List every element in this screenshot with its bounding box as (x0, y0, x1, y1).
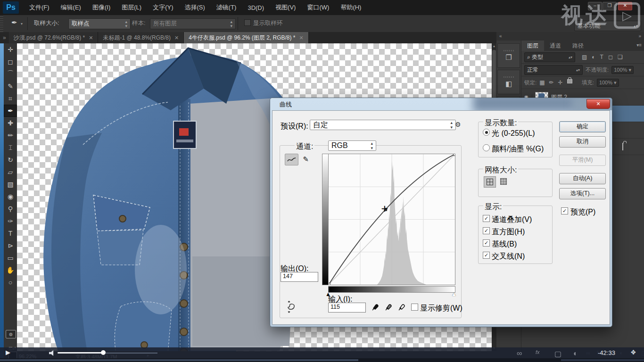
clone-stamp-tool[interactable]: ⌶ (4, 141, 17, 154)
workspace-switcher[interactable]: 基本功能▴▾ (574, 21, 641, 31)
menu-item[interactable]: 图层(L) (117, 1, 146, 14)
smooth-button[interactable]: 平滑(M) (559, 155, 606, 166)
filter-type-layers-icon[interactable]: T (600, 54, 603, 60)
menu-item[interactable]: 窗口(W) (302, 1, 334, 14)
close-button[interactable]: ✕ (618, 2, 632, 10)
white-point-slider[interactable]: ▲ (451, 292, 457, 296)
menu-item[interactable]: 滤镜(T) (212, 1, 241, 14)
eyedropper-tool[interactable]: ✒ (4, 105, 17, 117)
panel-menu-icon[interactable]: ▾≡ (636, 42, 642, 48)
marquee-tool[interactable]: ◻ (4, 56, 17, 68)
volume-slider-filled[interactable] (58, 352, 103, 354)
blend-mode-dropdown[interactable]: 正常▴▾ (524, 65, 583, 75)
show-sampling-ring-checkbox[interactable] (244, 19, 251, 26)
checkbox-基线(B)[interactable]: ✓ (483, 239, 490, 247)
lock-position-icon[interactable]: ✛ (558, 79, 563, 86)
blur-tool[interactable]: ◉ (4, 190, 17, 203)
black-point-eyedropper-icon[interactable] (370, 302, 381, 313)
radio-pigment-ink[interactable] (483, 144, 490, 151)
ok-button[interactable]: 确定 (559, 121, 606, 132)
zoom-tool[interactable]: ○ (4, 276, 17, 288)
auto-button[interactable]: 自动(A) (559, 173, 606, 184)
lock-pixels-icon[interactable]: ✏ (549, 79, 554, 86)
hand-tool[interactable]: ✋ (4, 264, 17, 276)
point-curve-mode-button[interactable] (285, 154, 298, 165)
menu-item[interactable]: 帮助(H) (336, 1, 366, 14)
channel-dropdown[interactable]: RGB▴▾ (328, 140, 376, 151)
fill-value[interactable]: 100% ▾ (597, 79, 619, 87)
tab-close-icon[interactable]: ✕ (89, 35, 93, 41)
type-tool[interactable]: T (4, 227, 17, 239)
panel-tab-图层[interactable]: 图层 (521, 41, 544, 51)
show-clipping-checkbox[interactable] (411, 304, 418, 311)
volume-speaker-icon[interactable] (49, 350, 55, 356)
lock-all-icon[interactable] (567, 79, 572, 83)
dialog-title-bar[interactable] (270, 98, 612, 110)
clone-source-panel-icon[interactable]: ❐ (497, 43, 520, 68)
on-image-adjust-icon[interactable] (284, 301, 297, 315)
checkbox-直方图(H)[interactable]: ✓ (483, 227, 490, 234)
tab-close-icon[interactable]: ✕ (174, 35, 179, 41)
fullscreen-icon[interactable]: ✥ (631, 349, 636, 356)
cancel-button[interactable]: 取消 (559, 136, 606, 148)
eyedropper-tool-icon[interactable]: ✒ (11, 18, 17, 27)
menu-item[interactable]: 图像(I) (88, 1, 115, 14)
quick-mask-button[interactable]: ◍ (6, 330, 16, 338)
draw-curve-pencil-icon[interactable]: ✎ (299, 154, 312, 165)
checkbox-交叉线(N)[interactable]: ✓ (483, 252, 490, 259)
gradient-tool[interactable]: ▧ (4, 178, 17, 190)
document-tab[interactable]: 未标题-1 @ 48.8%(RGB/8)✕ (98, 32, 184, 43)
input-field[interactable]: 115 (328, 303, 366, 313)
healing-brush-tool[interactable]: ✚ (4, 117, 17, 129)
gray-point-eyedropper-icon[interactable] (383, 302, 394, 313)
tool-preset-caret-icon[interactable]: ▾ (21, 22, 23, 26)
menu-item[interactable]: 3D(D) (243, 2, 269, 13)
menu-item[interactable]: 选择(S) (180, 1, 209, 14)
document-tab[interactable]: 沙漠.psd @ 72.6%(RGB/8) *✕ (9, 32, 99, 43)
filter-pixel-layers-icon[interactable]: ▨ (582, 54, 587, 60)
path-selection-tool[interactable]: ⊳ (4, 239, 17, 252)
volume-slider-track[interactable] (106, 353, 157, 354)
shape-tool[interactable]: ▭ (4, 252, 17, 264)
video-seek-bar[interactable] (0, 358, 644, 362)
tab-overflow-chevron-icon[interactable]: » (0, 32, 9, 43)
menu-item[interactable]: 文件(F) (25, 1, 54, 14)
document-tab[interactable]: 4牛仔衣服.psd @ 96.2% (图层 2, RGB/8) *✕ (184, 32, 308, 43)
white-point-eyedropper-icon[interactable] (396, 302, 407, 313)
crop-tool[interactable]: ⌗ (4, 92, 17, 105)
dialog-close-button[interactable]: ✕ (586, 99, 610, 109)
pen-tool[interactable]: ✑ (4, 215, 17, 227)
collapse-panels-icon[interactable]: « (499, 33, 502, 39)
scroll-up-icon[interactable]: ▲ (492, 43, 496, 49)
opacity-value[interactable]: 100% ▾ (611, 66, 634, 74)
sample-size-dropdown[interactable]: 取样点▴▾ (68, 18, 131, 29)
menu-item[interactable]: 文字(Y) (148, 1, 178, 14)
preset-options-gear-icon[interactable]: ⚙ (455, 121, 461, 128)
curve-point-cursor-icon[interactable]: ✛ (381, 204, 388, 214)
panel-tab-路径[interactable]: 路径 (567, 41, 589, 51)
sample-dropdown[interactable]: 所有图层▴▾ (150, 18, 236, 29)
filter-type-dropdown[interactable]: ⌕ 类型 ▴▾ (524, 52, 575, 62)
preset-dropdown[interactable]: 自定▴▾ (310, 120, 456, 130)
dodge-tool[interactable]: ⚲ (4, 203, 17, 215)
eraser-tool[interactable]: ▱ (4, 166, 17, 178)
filter-adjustment-layers-icon[interactable]: ◐ (592, 54, 595, 60)
output-field[interactable]: 147 (281, 272, 318, 282)
history-brush-tool[interactable]: ↻ (4, 154, 17, 166)
filter-smart-objects-icon[interactable]: ❏ (618, 54, 623, 60)
3d-panel-icon[interactable]: ◧ (497, 70, 520, 94)
quick-selection-tool[interactable]: ✎ (4, 80, 17, 92)
radio-light[interactable] (483, 129, 490, 136)
tab-close-icon[interactable]: ✕ (299, 35, 304, 41)
menu-item[interactable]: 视图(V) (271, 1, 300, 14)
preview-checkbox[interactable]: ✓ (561, 207, 568, 214)
minimize-button[interactable]: – (588, 2, 602, 10)
curve-grid[interactable]: ✛ (328, 154, 455, 285)
options-button[interactable]: 选项(T)... (559, 188, 606, 199)
move-tool[interactable]: ✛ (4, 43, 17, 56)
brush-tool[interactable]: ✏ (4, 129, 17, 141)
lasso-tool[interactable]: ⌒ (4, 68, 17, 80)
expand-panels-icon[interactable]: » (638, 33, 641, 39)
filter-shape-layers-icon[interactable]: ◻ (608, 54, 613, 60)
menu-item[interactable]: 编辑(E) (56, 1, 86, 14)
